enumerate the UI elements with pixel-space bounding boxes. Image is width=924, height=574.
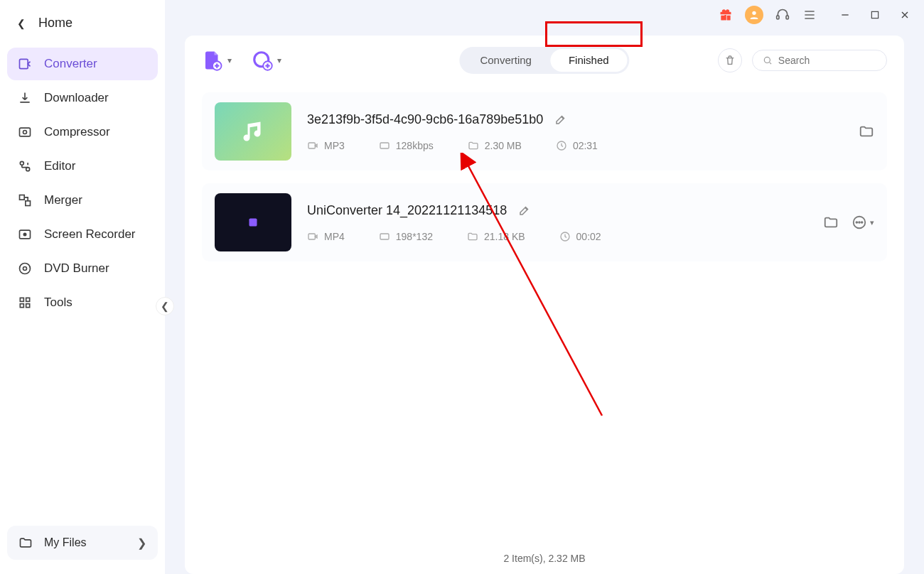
- file-thumbnail: [215, 102, 291, 161]
- home-link[interactable]: ❮ Home: [0, 7, 165, 48]
- file-detail: 128kbps: [379, 140, 434, 151]
- svg-rect-14: [26, 304, 30, 308]
- svg-point-2: [23, 131, 27, 134]
- chevron-down-icon: ▾: [870, 218, 874, 227]
- chevron-left-icon: ❮: [161, 300, 169, 312]
- home-label: Home: [38, 16, 72, 31]
- file-format: MP4: [307, 231, 345, 242]
- sidebar-item-downloader[interactable]: Downloader: [7, 82, 158, 114]
- user-avatar[interactable]: [745, 6, 763, 24]
- file-size: 2.30 MB: [468, 140, 522, 151]
- svg-rect-27: [308, 234, 315, 239]
- tab-converting[interactable]: Converting: [461, 49, 550, 72]
- svg-point-31: [856, 222, 857, 223]
- sidebar-collapse-button[interactable]: ❮: [156, 297, 174, 315]
- svg-point-22: [764, 57, 770, 63]
- file-thumbnail: [215, 193, 291, 251]
- chevron-right-icon: ❯: [137, 536, 146, 550]
- minimize-icon[interactable]: [837, 7, 853, 23]
- search-icon: [763, 55, 773, 66]
- sidebar-item-merger[interactable]: Merger: [7, 184, 158, 217]
- search-box[interactable]: [752, 50, 887, 71]
- svg-point-8: [23, 233, 26, 235]
- my-files-label: My Files: [44, 536, 87, 549]
- open-folder-icon[interactable]: [859, 124, 874, 139]
- my-files-button[interactable]: My Files ❯: [7, 526, 158, 560]
- svg-rect-23: [308, 143, 315, 148]
- sidebar-item-converter[interactable]: Converter: [7, 48, 158, 80]
- file-row[interactable]: 3e213f9b-3f5d-4c90-9cb6-16a789be51b0 MP3: [202, 92, 887, 170]
- sidebar-item-editor[interactable]: Editor: [7, 150, 158, 183]
- tab-finished[interactable]: Finished: [550, 49, 628, 72]
- add-file-button[interactable]: ▾: [202, 50, 232, 71]
- sidebar-item-compressor[interactable]: Compressor: [7, 116, 158, 148]
- maximize-icon[interactable]: [867, 7, 883, 23]
- gift-icon[interactable]: [718, 7, 734, 23]
- sidebar-item-label: Tools: [44, 296, 72, 310]
- chevron-left-icon: ❮: [17, 18, 26, 29]
- downloader-icon: [17, 90, 33, 106]
- rename-icon[interactable]: [554, 113, 567, 126]
- more-options-icon[interactable]: ▾: [852, 215, 874, 230]
- svg-rect-13: [20, 304, 23, 308]
- svg-point-15: [752, 11, 756, 15]
- file-detail: 198*132: [379, 231, 433, 242]
- svg-rect-11: [20, 298, 23, 301]
- sidebar-item-dvd-burner[interactable]: DVD Burner: [7, 252, 158, 285]
- support-icon[interactable]: [775, 7, 790, 23]
- open-folder-icon[interactable]: [823, 215, 839, 230]
- svg-rect-5: [20, 195, 25, 200]
- file-actions: ▾: [823, 215, 874, 230]
- header-right: [718, 48, 887, 72]
- file-list: 3e213f9b-3f5d-4c90-9cb6-16a789be51b0 MP3: [202, 92, 887, 541]
- dvd-burner-icon: [17, 261, 33, 276]
- add-url-button[interactable]: ▾: [252, 50, 281, 71]
- rename-icon[interactable]: [518, 204, 531, 217]
- svg-rect-24: [380, 143, 389, 148]
- sidebar-item-label: Converter: [44, 57, 97, 71]
- file-row[interactable]: UniConverter 14_20221121134518 MP4: [202, 183, 887, 261]
- svg-point-10: [23, 267, 27, 271]
- svg-point-33: [861, 222, 863, 223]
- file-meta: MP3 128kbps 2.30 MB: [307, 140, 843, 151]
- content-card: ▾ ▾ Converting Finished: [185, 36, 904, 574]
- sidebar-item-tools[interactable]: Tools: [7, 286, 158, 319]
- file-duration: 02:31: [556, 140, 598, 151]
- tools-icon: [17, 295, 33, 310]
- tab-switch: Converting Finished: [459, 47, 629, 74]
- titlebar: [165, 0, 924, 26]
- close-icon[interactable]: [897, 7, 913, 23]
- clear-button[interactable]: [718, 48, 742, 72]
- search-input[interactable]: [778, 55, 876, 66]
- svg-rect-26: [249, 219, 257, 227]
- converter-icon: [17, 56, 33, 72]
- menu-icon[interactable]: [802, 7, 817, 23]
- folder-icon: [18, 536, 33, 550]
- file-size: 21.18 KB: [467, 231, 525, 242]
- sidebar-item-label: Downloader: [44, 91, 109, 105]
- sidebar-item-label: Editor: [44, 159, 75, 173]
- sidebar-item-label: Screen Recorder: [44, 227, 136, 242]
- file-duration: 00:02: [559, 231, 601, 242]
- svg-rect-18: [871, 11, 878, 18]
- file-info: 3e213f9b-3f5d-4c90-9cb6-16a789be51b0 MP3: [307, 112, 843, 151]
- svg-rect-6: [26, 201, 31, 206]
- svg-rect-1: [20, 128, 31, 136]
- sidebar: ❮ Home Converter Downloader Compressor: [0, 0, 165, 574]
- svg-rect-28: [380, 234, 389, 239]
- merger-icon: [17, 193, 33, 208]
- card-header: ▾ ▾ Converting Finished: [202, 48, 887, 72]
- compressor-icon: [17, 124, 33, 140]
- svg-point-3: [20, 161, 23, 165]
- svg-rect-16: [777, 16, 779, 19]
- svg-rect-17: [786, 16, 788, 19]
- chevron-down-icon: ▾: [227, 55, 232, 65]
- svg-point-9: [20, 264, 31, 274]
- header-left: ▾ ▾: [202, 50, 281, 71]
- sidebar-item-label: Compressor: [44, 125, 110, 139]
- main-area: ▾ ▾ Converting Finished: [165, 0, 924, 574]
- file-meta: MP4 198*132 21.18 KB: [307, 231, 807, 242]
- chevron-down-icon: ▾: [277, 55, 281, 65]
- sidebar-item-screen-recorder[interactable]: Screen Recorder: [7, 218, 158, 251]
- svg-point-32: [859, 222, 860, 223]
